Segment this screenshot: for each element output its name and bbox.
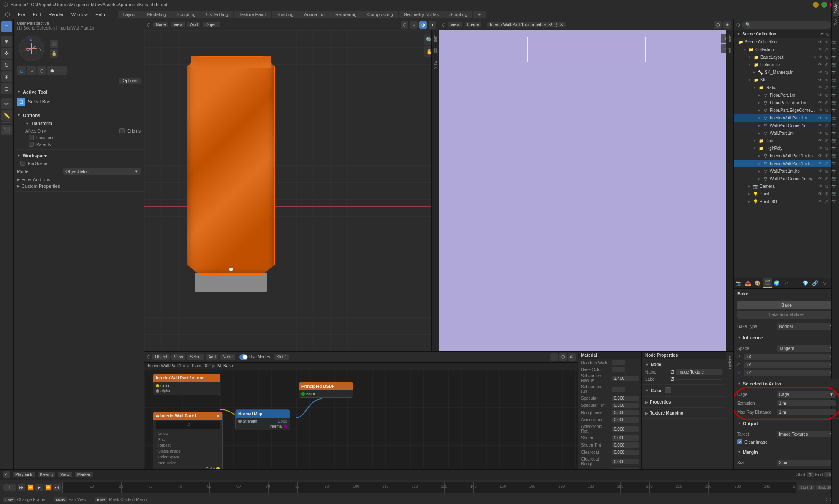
- item-action-2[interactable]: 📷: [831, 62, 836, 68]
- item-action-2[interactable]: 📷: [831, 145, 836, 151]
- mat-color-swatch[interactable]: [612, 387, 625, 392]
- node2-close[interactable]: ✕: [216, 414, 220, 418]
- mat-prop-value[interactable]: 0.000: [612, 435, 639, 441]
- uv-menu-icon[interactable]: ⋮: [554, 22, 558, 27]
- item-action-0[interactable]: 👁: [817, 54, 823, 60]
- item-action-0[interactable]: 👁: [817, 69, 823, 75]
- outliner-item-sc_point001[interactable]: ▶💡Point.001👁◎📷: [734, 198, 839, 205]
- custom-properties-row[interactable]: ▶ Custom Properties: [17, 183, 141, 190]
- node-add-new-btn[interactable]: +: [550, 353, 558, 361]
- tool-measure[interactable]: 📏: [1, 110, 12, 121]
- workspace-header[interactable]: ▼ Workspace: [17, 152, 141, 160]
- prop-icon-physics[interactable]: 💎: [801, 278, 810, 288]
- tab-scripting[interactable]: Scripting: [444, 11, 472, 18]
- outliner-item-sc_camera[interactable]: ▶📷Camera👁◎📷: [734, 182, 839, 190]
- uv-image-btn[interactable]: Image: [465, 22, 482, 27]
- item-action-1[interactable]: ◎: [824, 100, 830, 106]
- transform-header[interactable]: ▼ Transform: [22, 119, 141, 127]
- item-action-0[interactable]: 👁: [817, 145, 823, 151]
- mat-prop-value[interactable]: 0.000: [612, 459, 639, 464]
- timeline-ruler[interactable]: 0102030405060708090100110120130140150160…: [62, 482, 796, 493]
- viewport-view-btn[interactable]: View: [171, 22, 185, 27]
- node-node2-btn[interactable]: Node: [220, 354, 235, 360]
- item-action-0[interactable]: 👁: [817, 198, 823, 204]
- tool-scale[interactable]: ⊞: [1, 71, 12, 82]
- affect-only-origins-checkbox[interactable]: [119, 128, 125, 133]
- locations-checkbox[interactable]: [29, 135, 34, 140]
- item-action-2[interactable]: 📷: [831, 77, 836, 83]
- tab-add[interactable]: +: [473, 11, 486, 18]
- tool-add-cube[interactable]: ⬛: [1, 125, 12, 135]
- bake-button[interactable]: Bake: [737, 301, 836, 309]
- outliner-item-sc_collection[interactable]: ▼📁Collection👁◎📷: [734, 46, 839, 53]
- output-header[interactable]: ▼ Output: [734, 419, 839, 428]
- item-action-0[interactable]: 👁: [817, 92, 823, 98]
- toolbar-btn-5[interactable]: □: [57, 66, 67, 75]
- margin-header[interactable]: ▼ Margin: [734, 447, 839, 457]
- tool-select[interactable]: ◻: [1, 21, 12, 32]
- menu-edit[interactable]: Edit: [30, 11, 44, 18]
- item-action-0[interactable]: 👁: [817, 183, 823, 189]
- item-action-0[interactable]: 👁: [817, 39, 823, 45]
- item-action-0[interactable]: 👁: [817, 138, 823, 144]
- selected-to-active-header[interactable]: ▼ Selected to Active: [734, 379, 839, 388]
- item-action-1[interactable]: ◎: [824, 191, 830, 197]
- item-action-2[interactable]: 📷: [831, 168, 836, 174]
- max-ray-value[interactable]: 1 m: [777, 409, 836, 415]
- prop-icon-view[interactable]: 🎨: [753, 278, 763, 288]
- select-box-icon-btn[interactable]: ◻: [17, 66, 26, 75]
- size-value[interactable]: 2 px: [777, 460, 836, 466]
- timeline-view-btn[interactable]: View: [58, 472, 72, 477]
- item-action-1[interactable]: ◎: [824, 77, 830, 83]
- node-add-btn[interactable]: Select: [187, 354, 204, 360]
- item-action-0[interactable]: 👁: [817, 84, 823, 90]
- menu-help[interactable]: Help: [92, 11, 109, 18]
- outliner-item-sc_wallpartcorner[interactable]: ▶▽Wall.Part.Corner.1m👁◎📷: [734, 122, 839, 129]
- parents-checkbox[interactable]: [29, 142, 34, 147]
- swizzle-b-dropdown[interactable]: +Z ▼: [744, 370, 836, 376]
- node-node-btn[interactable]: Add: [206, 354, 218, 360]
- mode-dropdown[interactable]: Object Mo... ▼: [63, 168, 141, 175]
- item-action-1[interactable]: ◎: [824, 138, 830, 144]
- item-action-2[interactable]: 📷: [831, 115, 836, 121]
- item-action-2[interactable]: 📷: [831, 176, 836, 182]
- bake-type-dropdown[interactable]: Normal ▼: [777, 323, 836, 330]
- step-forward-btn[interactable]: ⏩: [44, 484, 52, 491]
- item-action-1[interactable]: ◎: [824, 92, 830, 98]
- swizzle-r-dropdown[interactable]: +X ▼: [744, 354, 836, 360]
- item-action-1[interactable]: ◎: [824, 39, 830, 45]
- maximize-button[interactable]: [821, 2, 827, 8]
- item-action-0[interactable]: 👁: [817, 153, 823, 159]
- tab-layout[interactable]: Layout: [118, 11, 142, 18]
- filter-addons-row[interactable]: ▶ Filter Add-ons: [17, 176, 141, 183]
- outliner-item-sc_wallpart1m[interactable]: ▶▽Wall.Part.1m👁◎📷: [734, 129, 839, 137]
- tab-texture-paint[interactable]: Texture Paint: [234, 11, 271, 18]
- outliner-item-sc_hp1[interactable]: ▶▽InteriorWall.Part.1m.hp👁◎📷: [734, 152, 839, 160]
- item-action-2[interactable]: 📷: [831, 160, 836, 166]
- item-action-2[interactable]: 📷: [831, 183, 836, 189]
- item-action-2[interactable]: 📷: [831, 122, 836, 128]
- item-action-0[interactable]: 👁: [817, 115, 823, 121]
- outliner-item-sc_static[interactable]: ▼📁Static👁◎📷: [734, 84, 839, 91]
- tool-cursor[interactable]: ⊕: [1, 36, 12, 47]
- node-section-header[interactable]: ▼ Node: [645, 361, 722, 368]
- mat-color-swatch[interactable]: [612, 360, 625, 365]
- item-action-2[interactable]: 📷: [831, 191, 836, 197]
- prop-icon-scene[interactable]: 🎬: [763, 278, 772, 288]
- outliner-item-sc_hp2[interactable]: ▶▽InteriorWall.Part.1m.hp.001👁◎📷: [734, 160, 839, 167]
- jump-to-end-btn[interactable]: ⏭: [53, 484, 61, 491]
- mat-prop-value[interactable]: 0.500: [612, 410, 639, 415]
- uv-display-btn[interactable]: ⬡: [714, 21, 722, 29]
- minimize-button[interactable]: [813, 2, 819, 8]
- item-action-2[interactable]: 📷: [831, 92, 836, 98]
- tab-compositing[interactable]: Compositing: [362, 11, 398, 18]
- mat-prop-value[interactable]: 0.500: [612, 403, 639, 408]
- outliner-eye-btn[interactable]: 👁: [820, 32, 824, 36]
- node-normal-map[interactable]: Normal Map Strength 1.000 Normal: [235, 409, 290, 430]
- uv-close-icon[interactable]: ✕: [560, 22, 563, 27]
- viewport-shading-solid[interactable]: ○: [410, 21, 418, 29]
- outliner-item-sc_door[interactable]: ▼📁Door👁◎📷: [734, 137, 839, 144]
- active-tool-header[interactable]: ▼ Active Tool: [17, 88, 141, 96]
- item-action-0[interactable]: 👁: [817, 107, 823, 113]
- item-action-1[interactable]: ◎: [824, 115, 830, 121]
